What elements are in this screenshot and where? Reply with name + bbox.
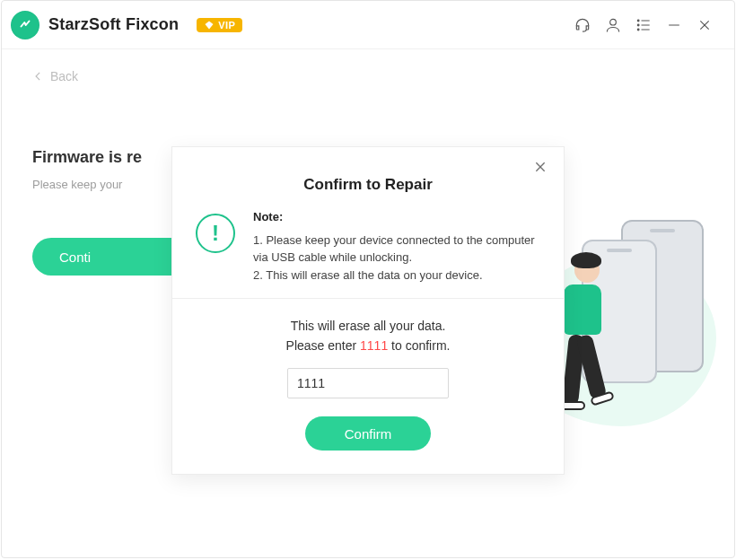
continue-label: Conti: [59, 249, 91, 265]
confirm-section: This will erase all your data. Please en…: [172, 299, 564, 474]
titlebar: StarzSoft Fixcon VIP: [2, 1, 734, 49]
content-area: Back Firmware is re Please keep your Con…: [2, 49, 734, 557]
note-line: 2. This will erase all the data on your …: [253, 267, 540, 284]
confirm-button-label: Confirm: [345, 426, 392, 442]
confirm-button[interactable]: Confirm: [305, 416, 431, 451]
erase-line2: Please enter 1111 to confirm.: [196, 337, 540, 356]
app-brand: StarzSoft Fixcon VIP: [11, 11, 242, 39]
warning-icon: !: [196, 214, 235, 253]
note-heading: Note:: [253, 208, 540, 226]
erase-line1: This will erase all your data.: [196, 317, 540, 337]
menu-list-icon[interactable]: [628, 10, 659, 40]
confirm-repair-dialog: Confirm to Repair ! Note: 1. Please keep…: [171, 146, 565, 475]
dialog-title: Confirm to Repair: [172, 147, 564, 208]
support-headset-icon[interactable]: [567, 10, 598, 40]
account-icon[interactable]: [598, 10, 628, 40]
minimize-button[interactable]: [659, 10, 689, 40]
window-close-button[interactable]: [689, 10, 720, 40]
erase-warning: This will erase all your data. Please en…: [196, 317, 540, 355]
back-label: Back: [50, 69, 78, 83]
confirm-code-input[interactable]: [287, 368, 449, 398]
dialog-close-button[interactable]: [530, 156, 551, 178]
note-line: 1. Please keep your device connected to …: [253, 232, 540, 267]
svg-point-1: [637, 20, 639, 22]
svg-point-5: [637, 29, 639, 31]
vip-badge: VIP: [197, 18, 242, 32]
app-title: StarzSoft Fixcon: [48, 15, 179, 34]
back-button[interactable]: Back: [32, 69, 78, 83]
svg-point-3: [637, 24, 639, 26]
app-logo-icon: [11, 11, 39, 39]
note-section: ! Note: 1. Please keep your device conne…: [172, 208, 564, 299]
svg-point-0: [610, 19, 617, 25]
app-window: StarzSoft Fixcon VIP Back Fir: [1, 0, 735, 558]
confirm-code: 1111: [360, 338, 388, 353]
vip-label: VIP: [218, 20, 235, 31]
